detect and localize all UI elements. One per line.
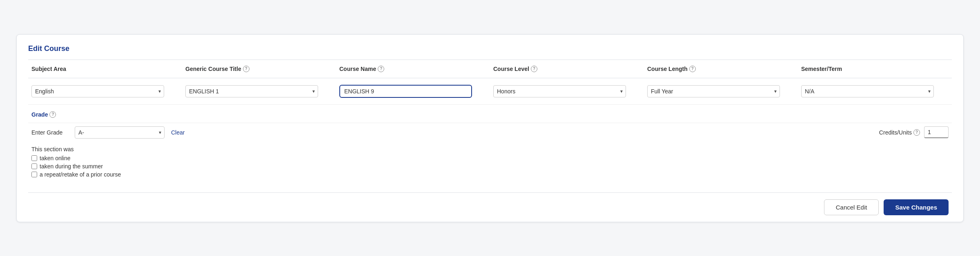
subject-area-select[interactable]: English	[31, 85, 164, 97]
th-course-name: Course Name ?	[336, 64, 490, 74]
course-level-help-icon[interactable]: ?	[531, 66, 537, 72]
course-level-cell: Honors	[490, 84, 644, 99]
checkbox-repeat-retake: a repeat/retake of a prior course	[31, 171, 949, 178]
table-row: English ENGLISH 1 Honors Fu	[28, 78, 952, 105]
table-header: Subject Area Generic Course Title ? Cour…	[28, 60, 952, 78]
course-length-help-icon[interactable]: ?	[689, 66, 696, 72]
subject-area-select-wrapper[interactable]: English	[31, 85, 164, 97]
edit-course-card: Edit Course Subject Area Generic Course …	[16, 34, 964, 222]
th-generic-course-title: Generic Course Title ?	[182, 64, 336, 74]
repeat-retake-label[interactable]: a repeat/retake of a prior course	[40, 171, 121, 178]
taken-online-label[interactable]: taken online	[40, 155, 71, 161]
checkbox-taken-summer: taken during the summer	[31, 163, 949, 170]
course-length-select[interactable]: Full Year	[647, 85, 780, 97]
credits-input[interactable]	[924, 126, 949, 138]
repeat-retake-checkbox[interactable]	[31, 172, 37, 177]
credits-help-icon[interactable]: ?	[913, 129, 920, 136]
credits-units-label: Credits/Units ?	[879, 129, 920, 136]
generic-course-title-cell: ENGLISH 1	[182, 84, 336, 99]
semester-term-select-wrapper[interactable]: N/A	[801, 85, 934, 97]
save-changes-button[interactable]: Save Changes	[884, 199, 949, 215]
course-length-cell: Full Year	[644, 84, 798, 99]
th-semester-term: Semester/Term	[798, 64, 952, 74]
grade-section: Grade ? Enter Grade A- Clear Credits/Uni…	[28, 105, 952, 189]
taken-summer-checkbox[interactable]	[31, 163, 37, 169]
subject-area-cell: English	[28, 84, 182, 99]
grade-select-wrapper[interactable]: A-	[75, 126, 165, 139]
credits-section: Credits/Units ?	[879, 126, 949, 138]
section-was-text: This section was	[31, 146, 949, 152]
grade-section-label: Grade ?	[28, 111, 952, 118]
course-level-select-wrapper[interactable]: Honors	[493, 85, 626, 97]
checkbox-taken-online: taken online	[31, 155, 949, 161]
taken-summer-label[interactable]: taken during the summer	[40, 163, 103, 170]
enter-grade-label: Enter Grade	[31, 129, 68, 136]
grade-select[interactable]: A-	[75, 126, 165, 139]
generic-course-title-select-wrapper[interactable]: ENGLISH 1	[185, 85, 318, 97]
course-level-select[interactable]: Honors	[493, 85, 626, 97]
th-subject-area: Subject Area	[28, 64, 182, 74]
course-name-cell	[336, 83, 490, 99]
semester-term-cell: N/A	[798, 84, 952, 99]
semester-term-select[interactable]: N/A	[801, 85, 934, 97]
course-name-help-icon[interactable]: ?	[378, 66, 384, 72]
th-course-length: Course Length ?	[644, 64, 798, 74]
th-course-level: Course Level ?	[490, 64, 644, 74]
checkboxes-section: This section was taken online taken duri…	[28, 142, 952, 186]
cancel-edit-button[interactable]: Cancel Edit	[824, 199, 879, 215]
generic-course-title-select[interactable]: ENGLISH 1	[185, 85, 318, 97]
course-name-input[interactable]	[339, 85, 472, 98]
grade-row: Enter Grade A- Clear Credits/Units ?	[28, 123, 952, 142]
taken-online-checkbox[interactable]	[31, 155, 37, 161]
course-length-select-wrapper[interactable]: Full Year	[647, 85, 780, 97]
page-title: Edit Course	[28, 44, 952, 53]
grade-help-icon[interactable]: ?	[49, 111, 56, 118]
footer-bar: Cancel Edit Save Changes	[28, 192, 952, 222]
clear-link[interactable]: Clear	[171, 129, 185, 136]
generic-course-title-help-icon[interactable]: ?	[243, 66, 249, 72]
